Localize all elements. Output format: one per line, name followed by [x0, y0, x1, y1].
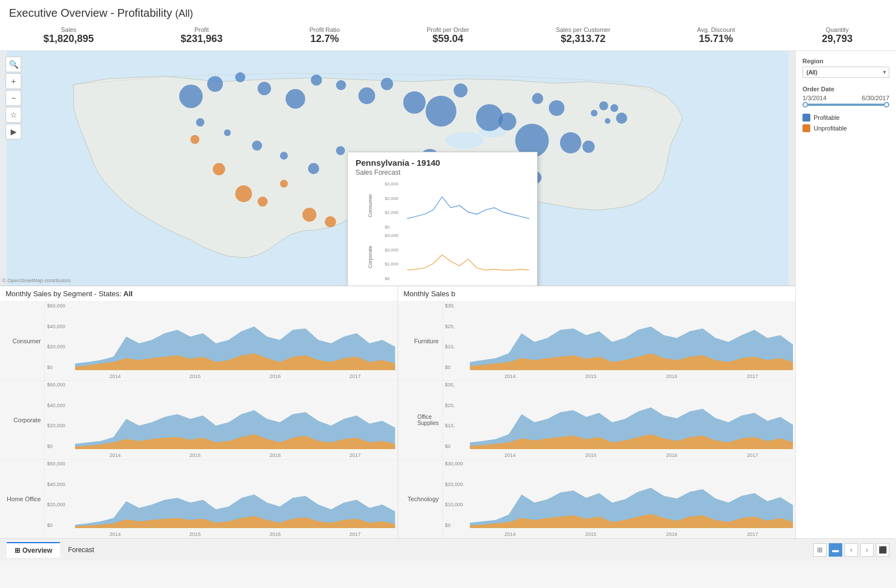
profitable-color — [802, 114, 810, 122]
right-chart-rows: Furniture $30, $20, $10, $0 — [398, 302, 796, 538]
date-range-display: 1/3/2014 6/30/2017 — [802, 95, 889, 101]
unprofitable-color — [802, 124, 810, 132]
region-filter: Region (All) — [802, 58, 889, 78]
consumer-label: Consumer — [0, 302, 45, 380]
technology-label: Technology — [398, 460, 443, 538]
right-charts-title: Monthly Sales b — [398, 286, 796, 302]
tab-forecast[interactable]: Forecast — [60, 543, 102, 557]
grid-view-button[interactable]: ⊞ — [813, 543, 827, 557]
kpi-sales: Sales $1,820,895 — [43, 26, 94, 45]
range-thumb-right[interactable] — [884, 102, 889, 108]
region-label: Region — [802, 58, 889, 64]
charts-bottom: Monthly Sales by Segment - States: All C… — [0, 286, 795, 538]
corporate-chart: $60,000 $40,000 $20,000 $0 — [45, 381, 398, 459]
legend-profitable: Profitable — [802, 114, 889, 122]
tooltip-corporate-label: Corporate — [356, 232, 385, 282]
consumer-chart: $60,000 $40,000 $20,000 $0 — [45, 302, 398, 380]
kpi-bar: Sales $1,820,895 Profit $231,963 Profit … — [0, 23, 896, 51]
next-button[interactable]: › — [860, 543, 874, 557]
legend: Profitable Unprofitable — [802, 114, 889, 132]
kpi-profit-per-order: Profit per Order $59.04 — [427, 26, 469, 45]
search-button[interactable]: 🔍 — [6, 57, 21, 72]
region-select[interactable]: (All) — [802, 67, 889, 78]
kpi-avg-discount: Avg. Discount 15.71% — [697, 26, 735, 45]
legend-unprofitable: Unprofitable — [802, 124, 889, 132]
left-chart-rows: Consumer $60,000 $40,000 $20,000 $0 — [0, 302, 398, 538]
overview-tab-icon: ⊞ — [15, 547, 20, 554]
homeoffice-label: Home Office — [0, 460, 45, 538]
officesupplies-label: OfficeSupplies — [398, 381, 443, 459]
chart-row-homeoffice: Home Office $60,000 $40,000 $20,000 $0 — [0, 460, 398, 538]
svg-point-2 — [479, 127, 507, 138]
order-date-label: Order Date — [802, 86, 889, 92]
region-select-wrap[interactable]: (All) — [802, 67, 889, 78]
charts-container: Monthly Sales by Segment - States: All C… — [0, 286, 795, 538]
chart-row-officesupplies: OfficeSupplies $30, $20, $10, $0 — [398, 381, 796, 460]
overview-tab-label: Overview — [22, 547, 52, 554]
main-area: 🔍 + − ☆ ▶ © OpenStreetMap contributors — [0, 51, 896, 538]
fullscreen-button[interactable]: ⬛ — [876, 543, 889, 557]
chart-row-consumer: Consumer $60,000 $40,000 $20,000 $0 — [0, 302, 398, 381]
date-range-slider[interactable] — [802, 104, 889, 106]
tooltip-homeoffice-label: Home Office — [356, 284, 385, 286]
map-controls: 🔍 + − ☆ ▶ — [6, 57, 21, 139]
kpi-profit-ratio: Profit Ratio 12.7% — [310, 26, 340, 45]
zoom-out-button[interactable]: − — [6, 90, 21, 106]
footer: ⊞ Overview Forecast ⊞ ▬ ‹ › ⬛ — [0, 538, 896, 561]
kpi-quantity: Quantity 29,793 — [822, 26, 852, 45]
corporate-label: Corporate — [0, 381, 45, 459]
furniture-chart: $30, $20, $10, $0 — [443, 302, 796, 380]
chart-row-furniture: Furniture $30, $20, $10, $0 — [398, 302, 796, 381]
officesupplies-chart: $30, $20, $10, $0 — [443, 381, 796, 459]
header: Executive Overview - Profitability (All) — [0, 0, 896, 23]
tab-overview[interactable]: ⊞ Overview — [7, 542, 60, 558]
zoom-in-button[interactable]: + — [6, 73, 21, 89]
svg-point-1 — [445, 132, 484, 149]
homeoffice-chart: $60,000 $40,000 $20,000 $0 — [45, 460, 398, 538]
profitable-label: Profitable — [814, 114, 839, 121]
left-chart-section: Monthly Sales by Segment - States: All C… — [0, 286, 398, 538]
chart-row-technology: Technology $30,000 $20,000 $10,000 $0 — [398, 460, 796, 538]
left-panel: 🔍 + − ☆ ▶ © OpenStreetMap contributors — [0, 51, 795, 538]
list-view-button[interactable]: ▬ — [829, 543, 842, 557]
technology-chart: $30,000 $20,000 $10,000 $0 — [443, 460, 796, 538]
tooltip: Pennsylvania - 19140 Sales Forecast Cons… — [347, 152, 538, 286]
tooltip-consumer-label: Consumer — [356, 181, 385, 230]
range-thumb-left[interactable] — [802, 102, 808, 108]
tooltip-subtitle: Sales Forecast — [356, 169, 529, 176]
chart-row-corporate: Corporate $60,000 $40,000 $20,000 $0 — [0, 381, 398, 460]
tooltip-title: Pennsylvania - 19140 — [356, 158, 529, 167]
kpi-sales-per-customer: Sales per Customer $2,313.72 — [556, 26, 610, 45]
forecast-tab-label: Forecast — [68, 546, 94, 554]
play-button[interactable]: ▶ — [6, 124, 21, 139]
left-charts-title: Monthly Sales by Segment - States: All — [0, 286, 398, 302]
footer-right: ⊞ ▬ ‹ › ⬛ — [813, 543, 889, 557]
page-title: Executive Overview - Profitability (All) — [9, 7, 887, 20]
right-sidebar: Region (All) Order Date 1/3/2014 6/30/20… — [795, 51, 896, 538]
bookmark-button[interactable]: ☆ — [6, 107, 21, 123]
map-attribution: © OpenStreetMap contributors — [2, 278, 71, 283]
order-date-filter: Order Date 1/3/2014 6/30/2017 — [802, 86, 889, 106]
right-chart-section: Monthly Sales b Furniture $30, $20, $10, — [398, 286, 796, 538]
kpi-profit: Profit $231,963 — [181, 26, 223, 45]
prev-button[interactable]: ‹ — [844, 543, 858, 557]
furniture-label: Furniture — [398, 302, 443, 380]
unprofitable-label: Unprofitable — [814, 125, 847, 132]
map-area[interactable]: 🔍 + − ☆ ▶ © OpenStreetMap contributors — [0, 51, 795, 286]
